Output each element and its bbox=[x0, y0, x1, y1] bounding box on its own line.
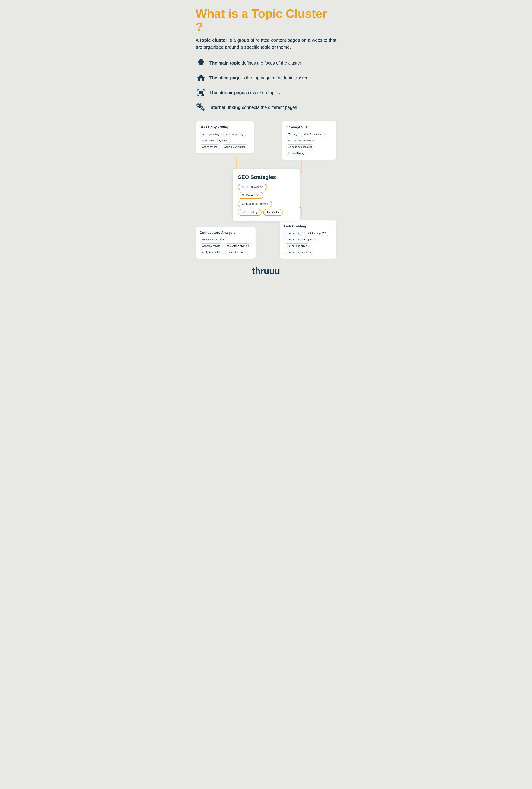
competitors-analysis-title: Competitors Analysis bbox=[200, 231, 252, 235]
tag-link-building-definition: Link building definition bbox=[284, 250, 314, 255]
tag-link-building-guide: Link building guide bbox=[284, 243, 310, 248]
center-tag-backlinks: Backlinks bbox=[263, 209, 283, 216]
tag-meta-description: Meta Description bbox=[301, 132, 325, 137]
tag-competitors-audit: competitors audit bbox=[225, 250, 249, 255]
tag-competitors-analysis: competitors analysis bbox=[200, 237, 227, 242]
feature-main-topic-text: The main topic defines the focus of the … bbox=[209, 60, 301, 66]
tag-competitive-analysis: competitive analysis bbox=[224, 243, 251, 248]
tag-on-page-seo-techniques: on-page seo techniques bbox=[286, 138, 317, 143]
feature-cluster-pages-text: The cluster pages cover sub topics bbox=[209, 90, 280, 96]
tag-link-building-techniques: Link building techniques bbox=[284, 237, 316, 242]
seo-strategies-tags: SEO Copywriting On Page SEO Competitors … bbox=[238, 184, 294, 216]
link-building-title: Link Building bbox=[284, 224, 332, 228]
focus-icon bbox=[196, 87, 206, 98]
tag-web-copywriting: web copywriting bbox=[223, 132, 246, 137]
link-building-tags: Link building Link building SEO Link bui… bbox=[284, 231, 332, 255]
tag-internal-linking: Internal linking bbox=[286, 151, 307, 156]
center-tag-competitors-analysis: Competitors Analysis bbox=[238, 201, 272, 207]
tag-link-building: Link building bbox=[284, 231, 303, 236]
on-page-seo-tags: Title tag Meta Description on-page seo t… bbox=[286, 132, 332, 156]
link-icon bbox=[196, 102, 206, 113]
house-icon bbox=[196, 73, 206, 83]
feature-pillar-page: The pillar page is the top page of the t… bbox=[196, 73, 337, 83]
tag-website-copywriting: website copywriting bbox=[222, 145, 248, 149]
on-page-seo-card: On-Page SEO Title tag Meta Description o… bbox=[282, 121, 337, 159]
feature-list: The main topic defines the focus of the … bbox=[196, 58, 337, 113]
feature-cluster-pages: The cluster pages cover sub topics bbox=[196, 87, 337, 98]
tag-link-building-seo: Link building SEO bbox=[304, 231, 329, 236]
tag-website-analysis: website analysis bbox=[200, 243, 223, 248]
seo-copywriting-card: SEO Copywriting seo copywriting web copy… bbox=[196, 121, 254, 153]
center-tag-on-page-seo: On Page SEO bbox=[238, 192, 263, 199]
on-page-seo-title: On-Page SEO bbox=[286, 125, 332, 129]
seo-strategies-card: SEO Strategies SEO Copywriting On Page S… bbox=[233, 169, 300, 221]
tag-seo-copywriting: seo copywriting bbox=[200, 132, 222, 137]
tag-on-page-seo-checklist: on page seo checklist bbox=[286, 145, 315, 149]
lightbulb-icon bbox=[196, 58, 206, 68]
intro-text: A topic cluster is a group of related co… bbox=[196, 37, 337, 51]
feature-internal-linking-text: Internal linking connects the different … bbox=[209, 104, 297, 111]
feature-main-topic: The main topic defines the focus of the … bbox=[196, 58, 337, 68]
tag-website-seo-copywriting: website seo copywriting bbox=[200, 138, 231, 143]
diagram-container: SEO Copywriting seo copywriting web copy… bbox=[196, 121, 337, 259]
seo-strategies-title: SEO Strategies bbox=[238, 174, 294, 180]
tag-analysis-template: analysis template bbox=[200, 250, 224, 255]
tag-writing-for-seo: writing for seo bbox=[200, 145, 220, 149]
competitors-analysis-tags: competitors analysis website analysis co… bbox=[200, 237, 252, 255]
center-tag-seo-copywriting: SEO Copywriting bbox=[238, 184, 267, 190]
competitors-analysis-card: Competitors Analysis competitors analysi… bbox=[196, 227, 255, 259]
brand-name: thruuu bbox=[196, 266, 337, 276]
link-building-card: Link Building Link building Link buildin… bbox=[280, 221, 337, 259]
page-title: What is a Topic Cluster ? bbox=[196, 7, 337, 33]
seo-copywriting-title: SEO Copywriting bbox=[200, 125, 250, 129]
feature-pillar-page-text: The pillar page is the top page of the t… bbox=[209, 75, 307, 81]
seo-copywriting-tags: seo copywriting web copywriting website … bbox=[200, 132, 250, 149]
tag-title-tag: Title tag bbox=[286, 132, 300, 137]
center-tag-link-building: Link Building bbox=[238, 209, 262, 216]
feature-internal-linking: Internal linking connects the different … bbox=[196, 102, 337, 113]
